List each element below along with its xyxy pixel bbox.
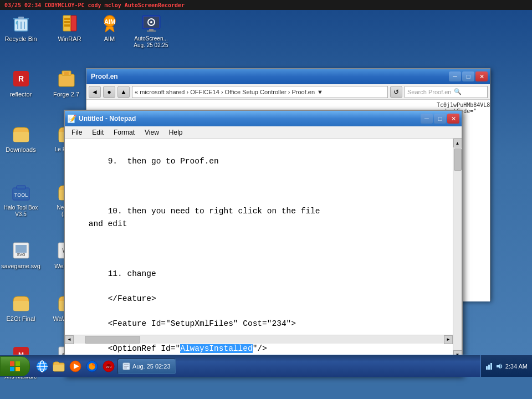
taskbar-icons: DVD Aug. 25 02:23: [32, 359, 480, 374]
explorer-toolbar: ◄ ● ▲ « microsoft shared › OFFICE14 › Of…: [86, 84, 490, 100]
explorer-minimize-button[interactable]: ─: [449, 71, 461, 81]
explorer-titlebar: Proof.en ─ □ ✕: [86, 69, 490, 84]
downloads-icon: [10, 123, 32, 145]
savegame-icon: SVG: [10, 239, 32, 262]
svg-rect-6: [71, 16, 76, 31]
svg-rect-1: [18, 17, 24, 19]
aim-icon: AIM: [99, 12, 121, 34]
notepad-close-button[interactable]: ✕: [447, 114, 459, 124]
explorer-close-button[interactable]: ✕: [475, 71, 488, 81]
scroll-left-arrow[interactable]: ◄: [65, 335, 74, 344]
vertical-scrollbar[interactable]: ▲ ▼: [453, 139, 462, 359]
scroll-thumb[interactable]: [454, 149, 462, 171]
taskbar-media-icon[interactable]: [68, 359, 83, 374]
halo-tool-box-label: Halo Tool BoxV3.5: [4, 204, 38, 218]
address-dropdown[interactable]: ▼: [317, 89, 323, 95]
go-button[interactable]: ↺: [390, 86, 402, 98]
notepad-menubar: File Edit Format View Help: [65, 126, 462, 139]
menu-help[interactable]: Help: [165, 127, 187, 137]
notepad-maximize-button[interactable]: □: [434, 114, 446, 124]
taskbar-firefox-icon[interactable]: [84, 359, 100, 374]
h-scroll-thumb[interactable]: [85, 336, 140, 344]
scroll-up-arrow[interactable]: ▲: [453, 139, 462, 147]
notepad-content[interactable]: ▲ ▼ 9. then go to Proof.en 10. then you …: [65, 139, 462, 359]
notepad-icon: 📝: [67, 114, 76, 123]
menu-view[interactable]: View: [140, 127, 163, 137]
svg-rect-63: [490, 363, 492, 370]
svg-point-17: [150, 21, 152, 23]
taskbar-window-label: Aug. 25 02:23: [132, 363, 171, 370]
svg-rect-23: [13, 132, 29, 142]
taskbar-window-button[interactable]: Aug. 25 02:23: [117, 359, 176, 374]
line-feature-open: <Feature Id="SetupXmlFiles" Cost="234">: [108, 319, 296, 328]
start-button[interactable]: [0, 356, 30, 376]
svg-marker-64: [497, 364, 500, 369]
desktop-icon-savegame[interactable]: SVG savegame.svg: [0, 237, 42, 272]
svg-rect-62: [488, 365, 490, 370]
autoscreen-label: AutoScreen...Aug. 25 02:25: [134, 35, 168, 49]
taskbar: DVD Aug. 25 02:23: [0, 355, 532, 377]
search-bar[interactable]: Search Proof.en 🔍: [405, 86, 488, 98]
svg-rect-34: [13, 301, 29, 311]
address-text: « microsoft shared › OFFICE14 › Office S…: [135, 89, 315, 95]
text-content[interactable]: 9. then go to Proof.en 10. then you need…: [65, 139, 453, 359]
menu-edit[interactable]: Edit: [88, 127, 108, 137]
svg-rect-7: [64, 18, 70, 20]
time-display: 2:34 AM: [505, 363, 528, 370]
winrar-icon: [59, 12, 81, 34]
address-bar[interactable]: « microsoft shared › OFFICE14 › Office S…: [132, 86, 388, 98]
svg-rect-26: [17, 186, 25, 189]
taskbar-explorer-icon[interactable]: [51, 359, 66, 374]
search-placeholder: Search Proof.en: [407, 89, 452, 95]
search-icon[interactable]: 🔍: [454, 88, 462, 95]
svg-text:DVD: DVD: [106, 365, 112, 369]
recorder-status: 03/25 02:34 CODYMCLOY-PC cody mcloy Auto…: [4, 2, 185, 8]
svg-rect-30: [16, 245, 27, 253]
desktop-icon-recycle-bin[interactable]: Recycle Bin: [0, 10, 42, 45]
autoscreen-icon: [140, 12, 162, 34]
menu-format[interactable]: Format: [109, 127, 139, 137]
svg-rect-8: [64, 21, 70, 23]
svg-rect-40: [10, 361, 14, 366]
forge-label: Forge 2.7: [53, 91, 79, 98]
svg-text:AIM: AIM: [104, 18, 115, 25]
e2gt-label: E2Gt Final: [7, 315, 35, 323]
line-10: 10. then you need to right click on the …: [69, 207, 320, 228]
desktop-icon-downloads[interactable]: Downloads: [0, 121, 42, 156]
desktop-icon-winrar[interactable]: WinRAR: [49, 10, 90, 45]
notepad-window: 📝 Untitled - Notepad ─ □ ✕ File Edit For…: [64, 110, 463, 376]
forge-icon: [55, 68, 78, 90]
desktop-icon-autoscreen[interactable]: AutoScreen...Aug. 25 02:25: [130, 10, 172, 51]
forward-button[interactable]: ●: [103, 86, 115, 98]
up-button[interactable]: ▲: [117, 86, 130, 98]
explorer-maximize-button[interactable]: □: [462, 71, 474, 81]
winrar-label: WinRAR: [58, 35, 81, 43]
desktop-icon-reflector[interactable]: R reflector: [0, 65, 42, 100]
desktop-icon-halo-tool-box[interactable]: TOOL Halo Tool BoxV3.5: [0, 179, 42, 220]
back-button[interactable]: ◄: [89, 86, 101, 98]
taskbar-dvd-icon[interactable]: DVD: [101, 359, 116, 374]
svg-rect-41: [16, 361, 20, 366]
line-11: 11. change: [108, 269, 156, 278]
scroll-right-arrow[interactable]: ►: [444, 335, 453, 344]
svg-rect-43: [16, 367, 20, 371]
desktop-icon-forge[interactable]: Forge 2.7: [45, 65, 87, 100]
downloads-label: Downloads: [6, 146, 35, 154]
svg-rect-22: [64, 72, 69, 75]
desktop: Recycle Bin WinRAR AIM AIM: [0, 10, 532, 377]
menu-file[interactable]: File: [67, 127, 86, 137]
reflector-label: reflector: [10, 91, 32, 98]
network-icon: [485, 362, 493, 370]
horizontal-scrollbar[interactable]: ◄ ►: [65, 335, 453, 344]
highlighted-alwaysinstalled: AlwaysInstalled: [180, 344, 253, 353]
taskbar-ie-icon[interactable]: [34, 359, 50, 374]
desktop-icon-e2gt-final[interactable]: E2Gt Final: [0, 290, 42, 325]
desktop-icon-aim[interactable]: AIM AIM: [89, 10, 130, 45]
svg-text:TOOL: TOOL: [14, 192, 27, 198]
line-feature-close-1: </Feature>: [108, 294, 156, 303]
explorer-window-controls: ─ □ ✕: [449, 71, 488, 81]
notepad-minimize-button[interactable]: ─: [421, 114, 433, 124]
system-tray: 2:34 AM: [480, 355, 532, 377]
notepad-titlebar: 📝 Untitled - Notepad ─ □ ✕: [65, 111, 462, 126]
svg-rect-42: [10, 367, 14, 371]
